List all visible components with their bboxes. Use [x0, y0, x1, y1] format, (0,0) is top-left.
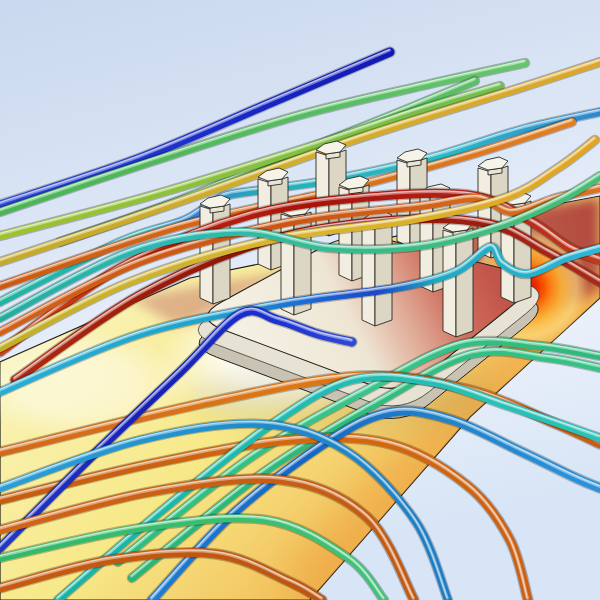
pin-face-right: [375, 220, 392, 326]
simulation-render: [0, 0, 600, 600]
3d-visualization-viewport: [0, 0, 600, 600]
pin-face-right: [456, 228, 473, 337]
pin-face-left: [362, 222, 375, 326]
